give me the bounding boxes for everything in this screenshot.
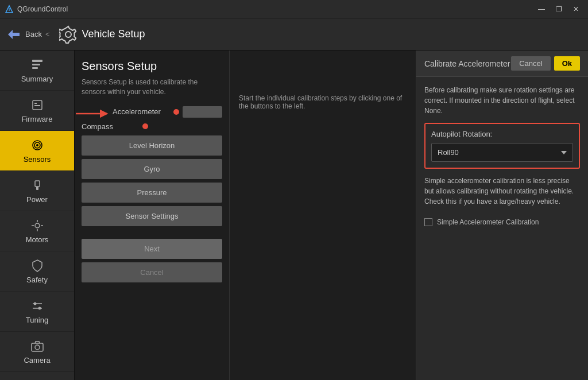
main-layout: Summary Firmware Sensors P	[0, 51, 588, 380]
firmware-icon	[29, 98, 45, 112]
rotation-select[interactable]: NoneYaw45Yaw90Yaw135Yaw180Yaw225Yaw270Ya…	[431, 143, 573, 162]
sidebar-item-motors[interactable]: Motors	[0, 211, 74, 251]
svg-point-25	[35, 345, 40, 350]
sidebar-item-tuning[interactable]: Tuning	[0, 292, 74, 332]
sidebar-item-camera[interactable]: Camera	[0, 332, 74, 372]
svg-rect-8	[34, 103, 37, 104]
sensors-title: Sensors Setup	[82, 60, 222, 73]
svg-point-3	[65, 32, 71, 37]
sidebar-label-motors: Motors	[26, 235, 49, 244]
ok-header-button[interactable]: Ok	[554, 56, 580, 71]
svg-marker-2	[8, 30, 20, 39]
sidebar-label-sensors: Sensors	[24, 155, 51, 164]
svg-rect-24	[32, 343, 43, 351]
svg-rect-4	[32, 60, 42, 62]
level-horizon-button[interactable]: Level Horizon	[82, 135, 222, 156]
compass-dot	[142, 123, 148, 129]
accelerometer-dot	[173, 109, 179, 115]
sidebar-label-camera: Camera	[24, 356, 50, 365]
sidebar-label-safety: Safety	[26, 276, 48, 284]
camera-icon	[29, 339, 45, 353]
sidebar-item-summary[interactable]: Summary	[0, 51, 74, 91]
maximize-button[interactable]: ❐	[551, 3, 566, 15]
right-panel-body: Before calibrating make sure rotation se…	[416, 77, 588, 234]
app-icon	[5, 5, 14, 14]
calibration-info: Start the individual calibration steps b…	[239, 94, 407, 110]
accelerometer-label: Accelerometer	[113, 107, 170, 116]
summary-icon	[29, 58, 45, 72]
title-bar-left: QGroundControl	[5, 5, 68, 14]
top-nav: Back < Vehicle Setup	[0, 18, 588, 51]
svg-point-15	[35, 223, 40, 228]
rotation-section: Autopilot Rotation: NoneYaw45Yaw90Yaw135…	[424, 123, 580, 169]
nav-separator: <	[45, 30, 50, 38]
pressure-button[interactable]: Pressure	[82, 183, 222, 203]
safety-icon	[29, 259, 45, 273]
svg-point-21	[33, 302, 36, 305]
vehicle-setup-header: Vehicle Setup	[59, 25, 145, 44]
sidebar-label-tuning: Tuning	[26, 316, 48, 324]
sensors-main-panel: Start the individual calibration steps b…	[230, 51, 416, 380]
app-name: QGroundControl	[17, 5, 68, 13]
svg-rect-5	[32, 64, 40, 65]
motors-icon	[29, 219, 45, 232]
gyro-button[interactable]: Gyro	[82, 159, 222, 179]
svg-point-10	[36, 144, 38, 146]
sensor-settings-button[interactable]: Sensor Settings	[82, 206, 222, 226]
sidebar: Summary Firmware Sensors P	[0, 51, 75, 380]
right-info-text: Before calibrating make sure rotation se…	[424, 85, 580, 116]
right-panel-header: Calibrate Accelerometer Cancel Ok	[416, 51, 588, 77]
simple-cal-text: Simple accelerometer calibration is less…	[424, 176, 580, 207]
back-button[interactable]: Back <	[7, 26, 50, 42]
cancel-button[interactable]: Cancel	[82, 262, 222, 282]
cancel-header-button[interactable]: Cancel	[511, 56, 550, 71]
next-button[interactable]: Next	[82, 239, 222, 259]
simple-cal-row: Simple Accelerometer Calibration	[424, 218, 580, 226]
sidebar-item-lights[interactable]: Lights	[0, 372, 74, 380]
sidebar-item-sensors[interactable]: Sensors	[0, 131, 74, 171]
minimize-button[interactable]: —	[534, 3, 549, 15]
accelerometer-progress	[183, 106, 222, 118]
simple-cal-checkbox[interactable]	[424, 218, 432, 226]
sidebar-item-power[interactable]: Power	[0, 171, 74, 211]
sensors-right-panel: Calibrate Accelerometer Cancel Ok Before…	[416, 51, 588, 380]
sidebar-label-firmware: Firmware	[21, 115, 52, 123]
svg-rect-9	[34, 105, 40, 106]
svg-point-23	[38, 307, 41, 309]
gear-icon	[59, 25, 78, 44]
compass-row: Compass	[82, 122, 222, 131]
tuning-icon	[29, 299, 45, 313]
sidebar-label-summary: Summary	[21, 75, 53, 83]
sidebar-item-safety[interactable]: Safety	[0, 251, 74, 292]
rotation-label: Autopilot Rotation:	[431, 130, 573, 138]
content-area: Sensors Setup Sensors Setup is used to c…	[75, 51, 588, 380]
svg-rect-13	[35, 181, 40, 187]
simple-cal-label: Simple Accelerometer Calibration	[437, 218, 539, 226]
page-title: Vehicle Setup	[82, 28, 145, 40]
red-arrow-icon	[76, 107, 110, 120]
back-arrow-icon	[7, 26, 23, 42]
power-icon	[29, 179, 45, 192]
compass-label: Compass	[82, 122, 139, 131]
sensors-subtitle: Sensors Setup is used to calibrate the s…	[82, 77, 222, 97]
title-bar: QGroundControl — ❐ ✕	[0, 0, 588, 18]
sensors-left-panel: Sensors Setup Sensors Setup is used to c…	[75, 51, 230, 380]
right-header-buttons: Cancel Ok	[511, 56, 580, 71]
title-bar-controls: — ❐ ✕	[534, 3, 583, 15]
svg-rect-14	[36, 187, 38, 190]
sensors-icon	[29, 138, 45, 152]
back-label: Back	[25, 30, 42, 38]
sidebar-item-firmware[interactable]: Firmware	[0, 91, 74, 131]
svg-rect-6	[32, 67, 38, 69]
close-button[interactable]: ✕	[568, 3, 583, 15]
sensors-area: Sensors Setup Sensors Setup is used to c…	[75, 51, 588, 380]
calibrate-title: Calibrate Accelerometer	[424, 59, 510, 68]
sidebar-label-power: Power	[26, 195, 48, 204]
